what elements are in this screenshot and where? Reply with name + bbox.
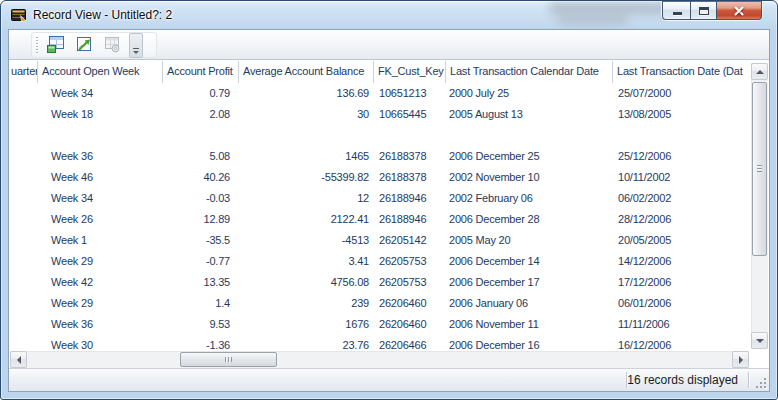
table-cell: 9.53 (163, 314, 239, 335)
table-cell (374, 125, 446, 146)
table-cell: 11/11/2006 (613, 314, 750, 335)
table-header-row: uarterAccount Open WeekAccount ProfitAve… (9, 61, 750, 83)
table-cell: 2006 December 28 (446, 209, 613, 230)
table-cell: -4513 (239, 230, 374, 251)
resize-grip-handle[interactable] (753, 375, 766, 388)
scroll-up-button[interactable] (751, 63, 768, 80)
table-cell: Week 26 (38, 209, 163, 230)
table-cell: 3.41 (239, 251, 374, 272)
table-cell: 26205142 (374, 230, 446, 251)
table-cell: 17/12/2006 (613, 272, 750, 293)
table-body: Week 340.79136.69106512132000 July 2525/… (9, 83, 750, 351)
table-cell: 06/02/2002 (613, 188, 750, 209)
table-cell (9, 314, 38, 335)
table-cell (9, 230, 38, 251)
table-cell: 26188378 (374, 146, 446, 167)
table-cell: 40.26 (163, 167, 239, 188)
toolbar (9, 30, 769, 60)
table-cell: 26205753 (374, 272, 446, 293)
minimize-button[interactable] (662, 1, 690, 20)
table-properties-button-disabled[interactable] (101, 34, 123, 56)
table-cell: 25/12/2006 (613, 146, 750, 167)
table-cell (38, 125, 163, 146)
column-header-account-profit[interactable]: Account Profit (163, 61, 239, 83)
table-cell: -1.36 (163, 335, 239, 351)
close-button[interactable] (717, 1, 762, 20)
table-cell (9, 125, 38, 146)
table-cell: 26188946 (374, 188, 446, 209)
generate-chart-icon (73, 34, 95, 56)
table-cell: 4756.08 (239, 272, 374, 293)
column-header-average-account-balance[interactable]: Average Account Balance (239, 61, 374, 83)
maximize-button[interactable] (690, 1, 717, 20)
table-cell: 2002 February 06 (446, 188, 613, 209)
table-cell: 13/08/2005 (613, 104, 750, 125)
scroll-down-button[interactable] (751, 332, 768, 349)
table-cell: 2006 December 16 (446, 335, 613, 351)
records-displayed-text: 16 records displayed (627, 373, 738, 387)
table-cell: Week 1 (38, 230, 163, 251)
horizontal-scrollbar[interactable] (10, 351, 749, 368)
table-cell: 28/12/2006 (613, 209, 750, 230)
table-row[interactable]: Week 340.79136.69106512132000 July 2525/… (9, 83, 750, 104)
table-cell: -35.5 (163, 230, 239, 251)
table-row[interactable]: Week 369.531676262064602006 November 111… (9, 314, 750, 335)
table-cell: 12.89 (163, 209, 239, 230)
table-cell (9, 209, 38, 230)
table-cell: 12 (239, 188, 374, 209)
column-header-account-open-week[interactable]: Account Open Week (38, 61, 163, 83)
table-row[interactable] (9, 125, 750, 146)
table-cell: 30 (239, 104, 374, 125)
table-row[interactable]: Week 29-0.773.41262057532006 December 14… (9, 251, 750, 272)
vertical-scrollbar[interactable] (751, 63, 768, 349)
table-row[interactable]: Week 182.0830106654452005 August 1313/08… (9, 104, 750, 125)
table-cell: Week 29 (38, 251, 163, 272)
horizontal-scrollbar-thumb[interactable] (180, 352, 277, 367)
table-cell: 2006 December 14 (446, 251, 613, 272)
generate-chart-button[interactable] (73, 34, 95, 56)
table-row[interactable]: Week 4213.354756.08262057532006 December… (9, 272, 750, 293)
table-row[interactable]: Week 1-35.5-4513262051422005 May 2020/05… (9, 230, 750, 251)
table-cell: 26205753 (374, 251, 446, 272)
scroll-right-icon (739, 356, 743, 364)
table-cell: 2.08 (163, 104, 239, 125)
table-cell: 1465 (239, 146, 374, 167)
column-header-last-transaction-date-dat[interactable]: Last Transaction Date (Dat (613, 61, 750, 83)
record-view-window: Record View - Untitled?: 2 (0, 0, 778, 400)
window-controls (661, 1, 763, 21)
table-cell: 26206466 (374, 335, 446, 351)
table-cell (9, 188, 38, 209)
column-header-last-transaction-calendar-date[interactable]: Last Transaction Calendar Date (446, 61, 613, 83)
table-row[interactable]: Week 2612.892122.41261889462006 December… (9, 209, 750, 230)
table-row[interactable]: Week 4640.26-55399.82261883782002 Novemb… (9, 167, 750, 188)
scroll-left-button[interactable] (10, 351, 27, 368)
table-row[interactable]: Week 30-1.3623.76262064662006 December 1… (9, 335, 750, 351)
glass-reflection (557, 14, 629, 25)
toolbar-overflow-button[interactable] (129, 33, 143, 58)
column-header-uarter[interactable]: uarter (9, 61, 38, 83)
table-cell: 0.79 (163, 83, 239, 104)
table-cell: Week 36 (38, 146, 163, 167)
table-cell: 26206460 (374, 293, 446, 314)
table-cell (239, 125, 374, 146)
table-cell: -0.77 (163, 251, 239, 272)
app-icon[interactable] (11, 7, 27, 23)
table-cell: Week 34 (38, 83, 163, 104)
record-view-app-icon (11, 7, 27, 23)
table-cell (9, 146, 38, 167)
minimize-icon (673, 12, 682, 15)
scroll-down-icon (756, 339, 764, 343)
titlebar[interactable]: Record View - Untitled?: 2 (1, 1, 777, 29)
column-header-fk-cust-key[interactable]: FK_Cust_Key (374, 61, 446, 83)
table-row[interactable]: Week 291.4239262064602006 January 0606/0… (9, 293, 750, 314)
table-cell (9, 272, 38, 293)
table-cell: Week 30 (38, 335, 163, 351)
record-view-button[interactable] (45, 34, 67, 56)
table-row[interactable]: Week 365.081465261883782006 December 252… (9, 146, 750, 167)
table-cell: 23.76 (239, 335, 374, 351)
table-row[interactable]: Week 34-0.0312261889462002 February 0606… (9, 188, 750, 209)
scroll-right-button[interactable] (732, 351, 749, 368)
table-cell: Week 29 (38, 293, 163, 314)
toolbar-grip-handle[interactable] (36, 37, 38, 54)
vertical-scrollbar-thumb[interactable] (752, 82, 767, 256)
